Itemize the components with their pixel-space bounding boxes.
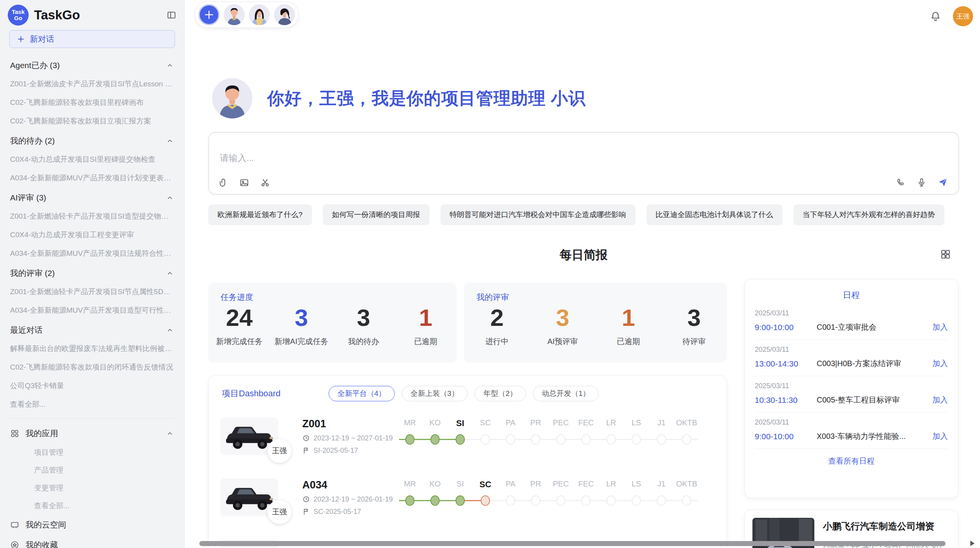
- sidebar-section-header[interactable]: AI评审 (3): [10, 187, 174, 207]
- sidebar-item[interactable]: 公司Q3轻卡销量: [10, 377, 174, 395]
- sidebar-item[interactable]: A034-全新新能源MUV产品开发项目计划变更表编写: [10, 169, 174, 187]
- join-meeting-link[interactable]: 加入: [932, 431, 948, 442]
- sidebar-item[interactable]: C02-飞腾新能源轻客改款项目的闭环通告反馈情况: [10, 358, 174, 377]
- milestone-node[interactable]: [456, 434, 465, 445]
- agent-avatar-3[interactable]: [274, 4, 295, 25]
- attachment-icon[interactable]: [218, 178, 228, 188]
- milestone-node[interactable]: [657, 495, 666, 506]
- project-flag-date: SC-2025-05-17: [302, 508, 392, 516]
- suggestion-chip[interactable]: 当下年轻人对汽车外观有怎样的喜好趋势: [793, 204, 944, 225]
- dashboard-tab[interactable]: 动总开发（1）: [533, 386, 599, 401]
- stat-label: 新增AI完成任务: [271, 336, 333, 347]
- join-meeting-link[interactable]: 加入: [932, 322, 948, 332]
- milestone-node[interactable]: [581, 495, 591, 506]
- join-meeting-link[interactable]: 加入: [932, 395, 948, 405]
- layout-grid-icon[interactable]: [940, 248, 951, 260]
- suggestion-chip[interactable]: 欧洲新规最近颁布了什么?: [208, 204, 312, 225]
- milestone-node[interactable]: [556, 495, 565, 506]
- collapse-sidebar-icon[interactable]: [166, 10, 176, 20]
- sidebar-item[interactable]: A034-全新新能源MUV产品开发项目造型可行性评审: [10, 301, 174, 320]
- sidebar-app-item[interactable]: 项目管理: [10, 444, 174, 461]
- milestone-timeline: MRKOSISCPAPRPECFECLRLSJ1OKTB: [398, 476, 715, 519]
- project-owner-badge[interactable]: 王强: [267, 439, 291, 463]
- image-upload-icon[interactable]: [239, 178, 249, 188]
- join-meeting-link[interactable]: 加入: [932, 358, 948, 369]
- project-row: 王强A0342023-12-19 ~ 2026-01-19SC-2025-05-…: [209, 466, 726, 524]
- schedule-row: 10:30-11:30C005-整车工程目标评审加入: [755, 395, 948, 405]
- sidebar-item[interactable]: Z001-全新燃油轻卡产品开发项目SI节点属性5D文件评审: [10, 283, 174, 301]
- sidebar-item-my-apps[interactable]: 我的应用: [10, 423, 174, 444]
- add-agent-button[interactable]: [199, 4, 219, 25]
- sidebar-item[interactable]: C02-飞腾新能源轻客改款项目立项汇报方案: [10, 112, 174, 130]
- milestone-node[interactable]: [430, 495, 440, 506]
- chat-input[interactable]: [220, 153, 839, 163]
- milestone-node[interactable]: [405, 495, 415, 506]
- agent-avatar-2[interactable]: [249, 4, 270, 25]
- milestone-node[interactable]: [607, 495, 616, 506]
- dashboard-tab[interactable]: 全新平台（4）: [329, 386, 395, 401]
- milestone-node[interactable]: [682, 495, 691, 506]
- milestone-node[interactable]: [632, 495, 641, 506]
- project-owner-badge[interactable]: 王强: [267, 500, 291, 524]
- milestone-node[interactable]: [682, 434, 691, 445]
- flag-icon: [302, 508, 310, 515]
- sidebar-item[interactable]: Z001-全新燃油皮卡产品开发项目SI节点Lesson Learn报告: [10, 75, 174, 93]
- sidebar-item[interactable]: 解释最新出台的欧盟报废车法规再生塑料比例被调至15%...: [10, 339, 174, 358]
- suggestion-chip[interactable]: 如何写一份清晰的项目周报: [323, 204, 430, 225]
- milestone-node[interactable]: [607, 434, 616, 445]
- milestone-node[interactable]: [556, 434, 565, 445]
- sidebar-section-header[interactable]: 最近对话: [10, 320, 174, 339]
- sidebar-item-favorites[interactable]: 我的收藏: [10, 535, 174, 548]
- dashboard-title: 项目Dashboard: [222, 388, 329, 399]
- suggestion-chip[interactable]: 比亚迪全固态电池计划具体说了什么: [646, 204, 783, 225]
- sidebar-item[interactable]: A034-全新新能源MUV产品开发项目法规符合性评审: [10, 244, 174, 263]
- sidebar-item[interactable]: C0X4-动力总成开发项目SI里程碑提交物检查: [10, 150, 174, 169]
- milestone-node[interactable]: [632, 434, 641, 445]
- suggestion-chip[interactable]: 特朗普可能对进口汽车增税会对中国车企造成哪些影响: [440, 204, 636, 225]
- schedule-row: 9:00-10:00X003-车辆动力学性能验...加入: [755, 431, 948, 442]
- sidebar-section-header[interactable]: 我的待办 (2): [10, 130, 174, 150]
- milestone-node[interactable]: [456, 495, 465, 506]
- schedule-item: 2025/03/1113:00-14:30C003|H0B-方案冻结评审加入: [755, 340, 948, 376]
- horizontal-scrollbar[interactable]: [199, 541, 946, 546]
- chevron-up-icon: [166, 326, 174, 334]
- milestone-node[interactable]: [481, 495, 490, 506]
- microphone-icon[interactable]: [917, 177, 927, 187]
- scroll-right-arrow[interactable]: [970, 541, 975, 546]
- milestone-node[interactable]: [531, 495, 540, 506]
- screenshot-scissors-icon[interactable]: [260, 178, 270, 188]
- milestone-node[interactable]: [506, 495, 515, 506]
- voice-call-icon[interactable]: [896, 177, 906, 187]
- stat-item: 2进行中: [464, 305, 530, 347]
- sidebar-section-header[interactable]: 我的评审 (2): [10, 263, 174, 283]
- milestone-node[interactable]: [657, 434, 666, 445]
- new-chat-button[interactable]: 新对话: [9, 30, 175, 48]
- agent-avatar-1[interactable]: [224, 4, 245, 25]
- milestone-node[interactable]: [531, 434, 540, 445]
- milestone-node[interactable]: [481, 434, 490, 445]
- send-icon[interactable]: [937, 177, 948, 188]
- view-all-schedule-link[interactable]: 查看所有日程: [745, 456, 958, 466]
- dashboard-tab[interactable]: 年型（2）: [475, 386, 526, 401]
- milestone-node[interactable]: [405, 434, 415, 445]
- user-avatar[interactable]: 王强: [953, 6, 973, 26]
- stat-value: 3: [332, 305, 395, 330]
- milestone-node[interactable]: [581, 434, 591, 445]
- dashboard-tab[interactable]: 全新上装（3）: [402, 386, 468, 401]
- sidebar-item[interactable]: C0X4-动力总成开发项目工程变更评审: [10, 226, 174, 244]
- sidebar-section-header[interactable]: Agent已办 (3): [10, 55, 174, 75]
- sidebar-item[interactable]: Z001-全新燃油轻卡产品开发项目SI造型提交物评审: [10, 207, 174, 226]
- milestone-node[interactable]: [430, 434, 440, 445]
- sidebar-item[interactable]: 查看全部...: [10, 395, 174, 414]
- sidebar-app-item[interactable]: 查看全部...: [10, 497, 174, 515]
- favorites-icon: [10, 540, 19, 548]
- sidebar-app-item[interactable]: 产品管理: [10, 461, 174, 479]
- milestone-node[interactable]: [506, 434, 515, 445]
- notification-bell-icon[interactable]: [930, 10, 941, 22]
- schedule-time: 10:30-11:30: [755, 396, 814, 405]
- stat-card-title: 任务进度: [221, 292, 253, 303]
- sidebar-item-cloud-space[interactable]: 我的云空间: [10, 515, 174, 535]
- sidebar-app-item[interactable]: 变更管理: [10, 479, 174, 497]
- sidebar-item[interactable]: C02-飞腾新能源轻客改款项目里程碑画布: [10, 93, 174, 112]
- schedule-time: 9:00-10:00: [755, 323, 814, 332]
